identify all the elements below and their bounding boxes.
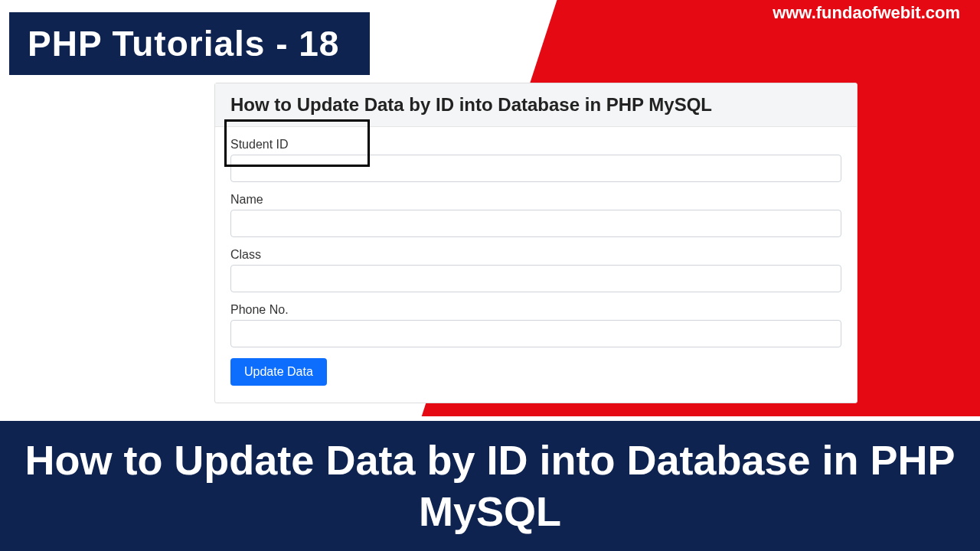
student-id-input[interactable] bbox=[230, 155, 841, 182]
top-ribbon-text: PHP Tutorials - 18 bbox=[28, 24, 339, 64]
card-title: How to Update Data by ID into Database i… bbox=[215, 83, 857, 127]
phone-label: Phone No. bbox=[230, 303, 841, 317]
class-label: Class bbox=[230, 248, 841, 262]
field-phone: Phone No. bbox=[230, 303, 841, 347]
field-name: Name bbox=[230, 193, 841, 237]
top-ribbon: PHP Tutorials - 18 bbox=[6, 9, 373, 78]
bottom-title-bar: How to Update Data by ID into Database i… bbox=[0, 416, 980, 551]
card-body: Student ID Name Class Phone No. Update D… bbox=[215, 127, 857, 403]
class-input[interactable] bbox=[230, 265, 841, 292]
form-card: How to Update Data by ID into Database i… bbox=[214, 83, 858, 403]
phone-input[interactable] bbox=[230, 320, 841, 347]
student-id-label: Student ID bbox=[230, 138, 841, 152]
field-student-id: Student ID bbox=[230, 138, 841, 182]
update-button[interactable]: Update Data bbox=[230, 358, 327, 386]
site-url: www.fundaofwebit.com bbox=[773, 3, 960, 23]
bottom-title-text: How to Update Data by ID into Database i… bbox=[0, 435, 980, 538]
name-input[interactable] bbox=[230, 210, 841, 237]
field-class: Class bbox=[230, 248, 841, 292]
name-label: Name bbox=[230, 193, 841, 207]
